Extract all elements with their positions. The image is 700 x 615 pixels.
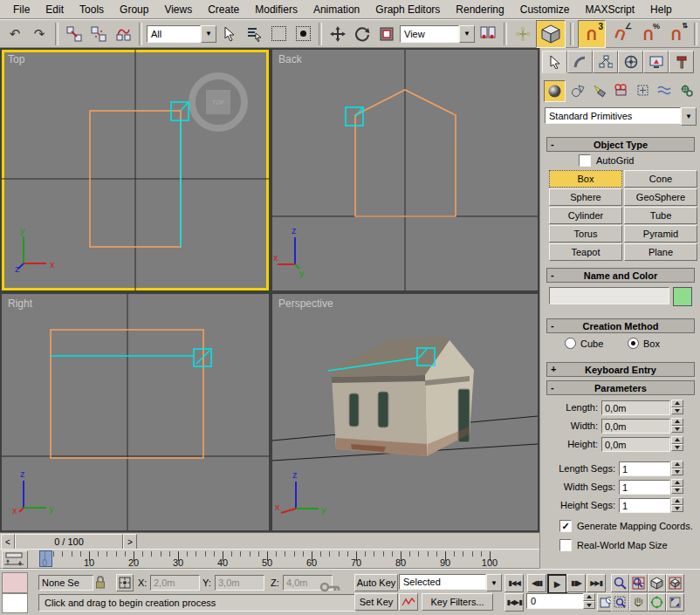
width-spinner[interactable]	[671, 418, 683, 433]
width-segs-spinner[interactable]	[671, 479, 683, 494]
selection-filter-dropdown[interactable]: All▼	[147, 25, 216, 43]
use-center-flyout-icon[interactable]	[477, 23, 499, 45]
object-button-geosphere[interactable]: GeoSphere	[624, 188, 697, 206]
menu-views[interactable]: Views	[156, 2, 200, 17]
go-to-start-button[interactable]: ▮◀◀	[504, 574, 524, 592]
viewport-back-label[interactable]: Back	[278, 53, 302, 65]
category-systems-icon[interactable]	[676, 80, 697, 100]
bind-to-space-warp-icon[interactable]	[112, 23, 134, 45]
menu-customize[interactable]: Customize	[512, 2, 578, 17]
width-field[interactable]: 0,0m	[601, 419, 670, 434]
y-coord-field[interactable]: 3,0m	[215, 575, 264, 591]
viewport-back[interactable]: z x y Back	[272, 50, 538, 290]
mini-curve-editor-button[interactable]	[2, 550, 28, 569]
time-slider-handle[interactable]: 0 / 100	[15, 534, 123, 550]
tab-motion[interactable]	[618, 51, 643, 73]
menu-rendering[interactable]: Rendering	[448, 2, 511, 17]
go-to-end-button[interactable]: ▶▶▮	[587, 574, 606, 592]
menu-group[interactable]: Group	[112, 2, 156, 17]
new-key-curve-icon[interactable]	[399, 593, 418, 611]
viewport-right[interactable]: z y x Right	[2, 294, 269, 530]
next-frame-button[interactable]: ▮▮▶	[566, 574, 586, 592]
length-spinner[interactable]	[671, 400, 683, 414]
category-helpers-icon[interactable]	[633, 80, 653, 100]
category-spacewarps-icon[interactable]	[655, 80, 675, 100]
object-button-sphere[interactable]: Sphere	[549, 188, 622, 206]
object-button-tube[interactable]: Tube	[624, 207, 697, 224]
maximize-viewport-toggle[interactable]	[666, 593, 684, 612]
tab-utilities[interactable]	[669, 51, 694, 73]
window-crossing-icon[interactable]	[292, 23, 314, 45]
spinner-snap-toggle-icon[interactable]: U⇅	[663, 21, 690, 47]
x-coord-field[interactable]: 2,0m	[150, 575, 200, 591]
percent-snap-toggle-icon[interactable]: U%	[635, 21, 662, 47]
rollout-name-and-color[interactable]: -Name and Color	[546, 268, 695, 283]
tab-hierarchy[interactable]	[593, 51, 618, 73]
zoom-extents-button[interactable]	[648, 574, 666, 592]
tab-create[interactable]	[542, 51, 567, 73]
pan-view-button[interactable]	[629, 593, 648, 612]
zoom-extents-all-button[interactable]	[666, 574, 684, 592]
play-button[interactable]: ▶	[547, 574, 567, 594]
viewport-perspective[interactable]: z y x Perspective	[272, 294, 538, 530]
rollout-parameters[interactable]: -Parameters	[546, 380, 695, 395]
previous-frame-arrow[interactable]: <	[1, 534, 15, 550]
category-cameras-icon[interactable]	[611, 80, 631, 100]
object-button-box[interactable]: Box	[549, 170, 622, 188]
select-and-scale-icon[interactable]	[375, 23, 398, 45]
key-filters-button[interactable]: Key Filters...	[422, 593, 493, 611]
select-and-link-icon[interactable]	[63, 23, 86, 45]
generate-mapping-checkbox[interactable]: ✓	[559, 520, 572, 532]
autogrid-checkbox[interactable]	[579, 154, 591, 167]
object-button-torus[interactable]: Torus	[549, 225, 622, 243]
current-frame-field[interactable]: 0	[526, 593, 586, 609]
viewport-top[interactable]: y x z TOP Top	[2, 50, 269, 290]
menu-create[interactable]: Create	[200, 2, 247, 17]
real-world-checkbox[interactable]	[559, 539, 572, 551]
zoom-all-button[interactable]	[629, 574, 648, 592]
object-button-cone[interactable]: Cone	[624, 170, 697, 188]
previous-frame-button[interactable]: ◀▮▮	[527, 574, 546, 592]
viewport-top-label[interactable]: Top	[8, 53, 24, 65]
primitives-dropdown[interactable]: Standard Primitives ▼	[545, 107, 697, 126]
object-button-plane[interactable]: Plane	[624, 243, 697, 261]
length-field[interactable]: 0,0m	[601, 400, 670, 415]
category-lights-icon[interactable]	[589, 80, 609, 100]
object-color-swatch[interactable]	[673, 287, 692, 306]
tab-display[interactable]	[643, 51, 669, 73]
select-and-manipulate-icon[interactable]	[511, 23, 534, 45]
object-button-cylinder[interactable]: Cylinder	[549, 207, 622, 224]
zoom-button[interactable]	[611, 574, 629, 592]
select-object-icon[interactable]	[218, 23, 241, 45]
menu-modifiers[interactable]: Modifiers	[247, 2, 305, 17]
macro-recorder-pane[interactable]	[2, 572, 28, 593]
key-mode-toggle[interactable]: ▮◀▶▮	[504, 593, 524, 612]
menu-maxscript[interactable]: MAXScript	[577, 2, 642, 17]
selection-lock-icon[interactable]	[94, 575, 106, 592]
object-name-input[interactable]	[549, 287, 669, 304]
arc-rotate-button[interactable]	[648, 593, 666, 612]
frame-spinner[interactable]	[583, 593, 595, 609]
chevron-down-icon[interactable]: ▼	[201, 25, 216, 43]
category-shapes-icon[interactable]	[567, 80, 587, 100]
menu-animation[interactable]: Animation	[305, 2, 367, 17]
angle-snap-toggle-icon[interactable]: U∠	[607, 21, 634, 47]
unlink-selection-icon[interactable]	[87, 23, 110, 45]
select-and-move-icon[interactable]	[326, 23, 349, 45]
width-segs-field[interactable]: 1	[619, 480, 670, 495]
menu-help[interactable]: Help	[642, 2, 680, 17]
object-button-pyramid[interactable]: Pyramid	[624, 225, 697, 243]
radio-cube[interactable]: Cube	[565, 338, 603, 349]
auto-key-button[interactable]: Auto Key	[354, 574, 398, 591]
tab-modify[interactable]	[567, 51, 593, 73]
menu-file[interactable]: File	[5, 2, 38, 17]
height-segs-spinner[interactable]	[671, 497, 683, 512]
rollout-creation-method[interactable]: -Creation Method	[546, 318, 695, 333]
selection-set-dropdown[interactable]: Selected ▼	[399, 574, 502, 591]
length-segs-field[interactable]: 1	[619, 461, 670, 476]
snaps-toggle-3d-icon[interactable]: U3	[578, 20, 606, 48]
radio-box[interactable]: Box	[628, 338, 660, 349]
height-segs-field[interactable]: 1	[619, 498, 670, 513]
absolute-mode-toggle-icon[interactable]	[116, 574, 134, 591]
rectangular-selection-region-icon[interactable]	[267, 23, 290, 45]
